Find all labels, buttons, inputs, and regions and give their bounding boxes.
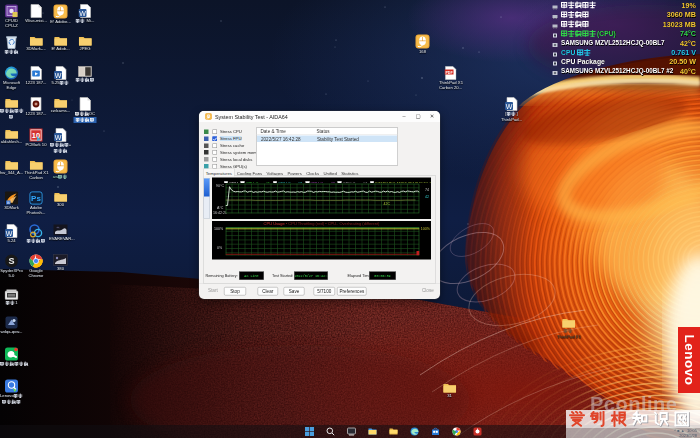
svg-text:W: W (55, 134, 62, 141)
svg-text:W: W (55, 72, 62, 79)
svg-text:W: W (506, 103, 513, 110)
svg-text:S: S (8, 256, 14, 266)
svg-text:42C: 42C (384, 202, 391, 206)
svg-text:Ps: Ps (31, 194, 41, 203)
svg-text:PDF: PDF (445, 71, 453, 75)
svg-text:W: W (6, 230, 13, 237)
svg-text:W: W (79, 10, 86, 17)
